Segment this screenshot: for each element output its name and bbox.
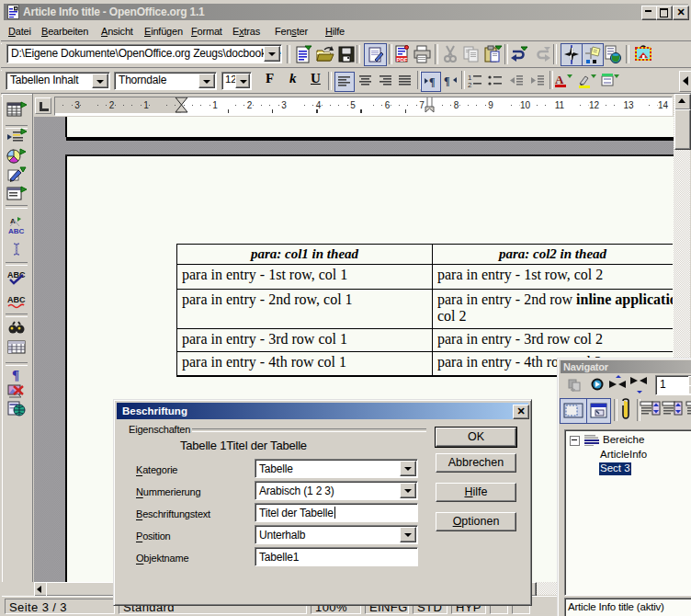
svg-text:¶: ¶	[429, 75, 435, 88]
svg-text:ABC: ABC	[7, 295, 26, 304]
svg-text:¶: ¶	[444, 74, 449, 87]
svg-text:¶: ¶	[12, 368, 19, 382]
svg-text:PDF: PDF	[397, 57, 408, 63]
svg-text:2: 2	[468, 81, 472, 89]
svg-text:ABC: ABC	[8, 227, 25, 235]
svg-text:A: A	[555, 73, 564, 86]
